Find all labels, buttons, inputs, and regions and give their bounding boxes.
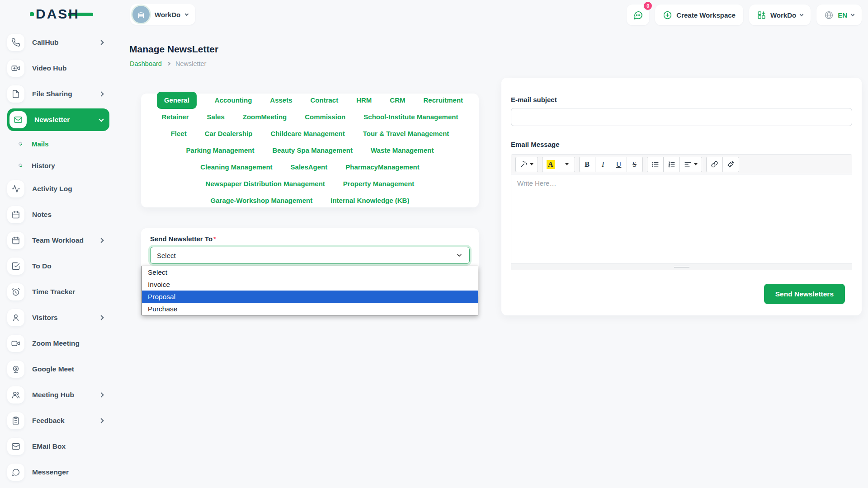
category-tag-tour-travel-management[interactable]: Tour & Travel Management [363, 130, 449, 138]
sidebar-item-visitors[interactable]: Visitors [7, 309, 109, 327]
chevron-down-icon [99, 117, 104, 122]
category-tag-general[interactable]: General [157, 92, 197, 109]
editor-resize-handle[interactable] [511, 263, 852, 270]
globe-icon [824, 10, 834, 20]
category-tag-pharmacymanagement[interactable]: PharmacyManagement [345, 163, 419, 171]
dropdown-option-proposal[interactable]: Proposal [142, 291, 478, 303]
logo-dot [30, 12, 34, 16]
select-value: Select [157, 252, 176, 259]
breadcrumb-current: Newsletter [175, 60, 207, 67]
chevron-down-icon [456, 252, 463, 259]
breadcrumb: Dashboard Newsletter [130, 60, 206, 67]
sidebar-item-video-hub[interactable]: Video Hub [7, 59, 109, 77]
magic-style-button[interactable] [515, 157, 538, 172]
sidebar-item-history[interactable]: History [7, 158, 109, 173]
category-tag-parking-management[interactable]: Parking Management [186, 146, 255, 155]
subject-label: E-mail subject [511, 96, 852, 103]
bold-button[interactable]: B [579, 157, 595, 172]
paragraph-align-button[interactable] [679, 157, 702, 172]
category-tag-salesagent[interactable]: SalesAgent [291, 163, 328, 171]
category-tag-internal-knowledge-kb[interactable]: Internal Knowledge (KB) [330, 197, 409, 205]
plus-circle-icon [663, 10, 672, 20]
category-tag-recruitment[interactable]: Recruitment [424, 96, 463, 104]
sidebar-item-activity-log[interactable]: Activity Log [7, 180, 109, 198]
sidebar-item-label: Feedback [32, 417, 99, 425]
sidebar-item-callhub[interactable]: CallHub [7, 33, 109, 52]
insert-link-button[interactable] [706, 157, 723, 172]
caret-down-icon [694, 163, 698, 165]
dropdown-option-select[interactable]: Select [142, 266, 478, 278]
unlink-button[interactable] [722, 157, 739, 172]
underline-button[interactable]: U [611, 157, 627, 172]
dropdown-option-purchase[interactable]: Purchase [142, 303, 478, 315]
category-tag-hrm[interactable]: HRM [356, 96, 372, 104]
category-tag-school-institute-management[interactable]: School-Institute Management [363, 113, 458, 121]
app-switcher-button[interactable]: WorkDo [749, 5, 811, 25]
category-tag-beauty-spa-management[interactable]: Beauty Spa Management [272, 146, 353, 155]
sidebar-item-newsletter[interactable]: Newsletter [7, 108, 109, 131]
sidebar-item-label: Video Hub [32, 64, 109, 72]
richtext-editor: A B I U S [511, 154, 852, 270]
font-color-button[interactable]: A [542, 157, 559, 172]
category-tags-card: GeneralAccountingAssetsContractHRMCRMRec… [141, 94, 479, 207]
sidebar-item-label: To Do [32, 262, 109, 270]
category-tag-commission[interactable]: Commission [305, 113, 345, 121]
sidebar-item-label: Activity Log [32, 185, 109, 193]
category-tag-newspaper-distribution-management[interactable]: Newspaper Distribution Management [206, 180, 325, 188]
category-tag-car-dealership[interactable]: Car Dealership [205, 130, 253, 138]
workspace-avatar [132, 6, 150, 23]
workspace-selector[interactable]: WorkDo [130, 4, 195, 25]
workspace-name: WorkDo [155, 11, 180, 19]
category-tag-contract[interactable]: Contract [311, 96, 339, 104]
send-newsletters-button[interactable]: Send Newsletters [764, 284, 845, 304]
sidebar-item-zoom-meeting[interactable]: Zoom Meeting [7, 334, 109, 352]
sidebar-item-file-sharing[interactable]: File Sharing [7, 85, 109, 103]
ordered-list-button[interactable] [663, 157, 680, 172]
messages-button[interactable]: 0 [627, 5, 649, 25]
category-tag-property-management[interactable]: Property Management [343, 180, 415, 188]
chat-dots-icon [633, 10, 643, 20]
sidebar-item-team-workload[interactable]: Team Workload [7, 231, 109, 249]
category-tag-accounting[interactable]: Accounting [215, 96, 252, 104]
subject-input[interactable] [511, 108, 852, 126]
sidebar-item-label: Messenger [32, 468, 109, 476]
sidebar-item-mails[interactable]: Mails [7, 136, 109, 151]
dropdown-option-invoice[interactable]: Invoice [142, 278, 478, 291]
category-tag-fleet[interactable]: Fleet [171, 130, 187, 138]
editor-textarea[interactable]: Write Here… [511, 174, 852, 263]
italic-button[interactable]: I [595, 157, 611, 172]
sidebar-item-google-meet[interactable]: Google Meet [7, 360, 109, 378]
send-to-select[interactable]: Select [150, 247, 470, 264]
language-selector[interactable]: EN [816, 5, 862, 25]
chevron-right-icon [99, 418, 104, 423]
alarm-icon [7, 283, 24, 300]
calendar-icon [7, 232, 24, 249]
category-tag-assets[interactable]: Assets [270, 96, 292, 104]
category-tag-garage-workshop-management[interactable]: Garage-Workshop Management [211, 197, 313, 205]
category-tag-cleaning-management[interactable]: Cleaning Management [200, 163, 272, 171]
clipboard-icon [7, 412, 24, 429]
app-logo[interactable]: DASH [30, 6, 93, 22]
bullet-ring-icon [18, 163, 23, 168]
unordered-list-button[interactable] [647, 157, 664, 172]
breadcrumb-dashboard-link[interactable]: Dashboard [130, 60, 162, 67]
create-workspace-button[interactable]: Create Workspace [655, 5, 743, 25]
sidebar-item-notes[interactable]: Notes [7, 206, 109, 224]
sidebar-item-meeting-hub[interactable]: Meeting Hub [7, 386, 109, 404]
category-tag-retainer[interactable]: Retainer [162, 113, 189, 121]
chevron-down-icon [185, 12, 189, 15]
sidebar-item-label: EMail Box [32, 442, 109, 450]
sidebar-item-email-box[interactable]: EMail Box [7, 437, 109, 455]
category-tag-crm[interactable]: CRM [390, 96, 405, 104]
category-tag-childcare-management[interactable]: Childcare Management [271, 130, 345, 138]
sidebar-item-messenger[interactable]: Messenger [7, 463, 109, 481]
font-color-caret-button[interactable] [559, 157, 575, 172]
category-tag-sales[interactable]: Sales [207, 113, 225, 121]
sidebar-item-label: Mails [32, 140, 109, 148]
sidebar-item-time-tracker[interactable]: Time Tracker [7, 283, 109, 301]
sidebar-item-to-do[interactable]: To Do [7, 257, 109, 275]
sidebar-item-feedback[interactable]: Feedback [7, 412, 109, 430]
category-tag-zoommeeting[interactable]: ZoomMeeting [243, 113, 287, 121]
category-tag-waste-management[interactable]: Waste Management [371, 146, 434, 155]
strikethrough-button[interactable]: S [627, 157, 643, 172]
